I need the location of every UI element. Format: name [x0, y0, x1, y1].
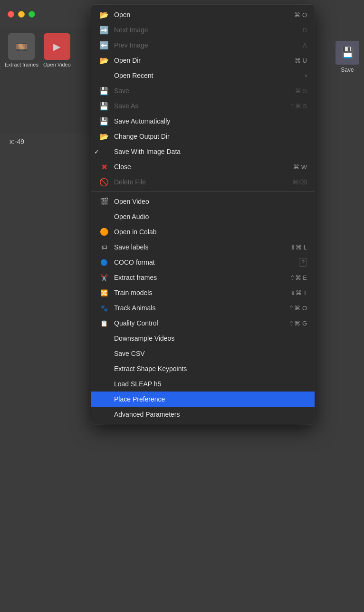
menu-item-place-preference[interactable]: Place Preference [91, 392, 315, 407]
close-button[interactable] [8, 11, 14, 18]
menu-label-save-labels: Save labels [114, 243, 290, 251]
shortcut-open: ⌘ O [294, 11, 307, 19]
menu-item-change-output-dir[interactable]: 📂 Change Output Dir [91, 129, 315, 144]
shortcut-next-image: D [303, 27, 307, 34]
menu-label-quality-control: Quality Control [114, 319, 289, 327]
menu-label-open-recent: Open Recent [114, 72, 305, 79]
extract-frames-icon: 🎞️ [8, 33, 35, 60]
menu-item-coco-format[interactable]: 🔵 COCO format ? [91, 255, 315, 270]
menu-label-downsample: Downsample Videos [114, 335, 307, 342]
menu-item-close[interactable]: ✖ Close ⌘ W [91, 159, 315, 174]
shortcut-save-labels: ⇧⌘ L [290, 244, 307, 251]
menu-item-quality-control[interactable]: 📋 Quality Control ⇧⌘ G [91, 316, 315, 331]
shortcut-delete-file: ⌘⌫ [292, 179, 307, 186]
menu-label-open: Open [114, 11, 294, 19]
menu-item-save-with-image[interactable]: Save With Image Data [91, 144, 315, 159]
menu-item-delete-file[interactable]: 🚫 Delete File ⌘⌫ [91, 174, 315, 190]
menu-item-save-auto[interactable]: 💾 Save Automatically [91, 114, 315, 129]
menu-item-extract-shape[interactable]: Extract Shape Keypoints [91, 361, 315, 376]
menu-item-save-csv[interactable]: Save CSV [91, 346, 315, 361]
menu-item-open-recent[interactable]: Open Recent › [91, 68, 315, 83]
maximize-button[interactable] [29, 11, 35, 18]
open-audio-icon [99, 211, 109, 222]
shortcut-open-dir: ⌘ U [295, 57, 307, 64]
menu-item-open-video[interactable]: 🎬 Open Video [91, 194, 315, 209]
submenu-arrow-icon: › [305, 72, 307, 79]
menu-item-save-as[interactable]: 💾 Save As ⇧⌘ S [91, 98, 315, 114]
save-icon: 💾 [99, 86, 109, 96]
shortcut-close: ⌘ W [293, 163, 307, 171]
menu-item-prev-image[interactable]: ⬅️ Prev Image A [91, 38, 315, 53]
menu-item-open[interactable]: 📂 Open ⌘ O [91, 7, 315, 22]
toolbar-item-extract-frames[interactable]: 🎞️ Extract frames [5, 33, 38, 67]
folder-icon: 📂 [99, 10, 109, 20]
shortcut-quality-control: ⇧⌘ G [289, 320, 307, 327]
arrow-right-icon: ➡️ [99, 25, 109, 35]
toolbar-item-open-video[interactable]: ▶ Open Video [43, 33, 71, 67]
save-floppy-icon: 💾 [335, 41, 359, 65]
menu-label-open-audio: Open Audio [114, 213, 307, 220]
menu-item-downsample[interactable]: Downsample Videos [91, 331, 315, 346]
menu-label-delete-file: Delete File [114, 178, 292, 186]
toolbar: 🎞️ Extract frames ▶ Open Video [0, 29, 90, 133]
shortcut-prev-image: A [303, 42, 307, 49]
minimize-button[interactable] [18, 11, 25, 18]
extract-shape-icon [99, 363, 109, 374]
place-preference-icon [99, 394, 109, 404]
menu-label-open-colab: Open in Colab [114, 228, 307, 236]
menu-item-save[interactable]: 💾 Save ⌘ S [91, 83, 315, 98]
quality-control-icon: 📋 [99, 318, 109, 328]
menu-label-advanced-params: Advanced Parameters [114, 411, 307, 418]
menu-label-place-preference: Place Preference [114, 395, 307, 403]
menu-label-track-animals: Track Animals [114, 304, 289, 312]
open-video-icon: ▶ [44, 33, 70, 60]
save-labels-icon: 🏷 [99, 242, 109, 252]
menu-item-save-labels[interactable]: 🏷 Save labels ⇧⌘ L [91, 239, 315, 255]
shortcut-train-models: ⇧⌘ T [290, 289, 307, 296]
dropdown-menu: 📂 Open ⌘ O ➡️ Next Image D ⬅️ Prev Image… [91, 5, 315, 424]
train-models-icon: 🔀 [99, 287, 109, 298]
menu-item-open-colab[interactable]: 🟠 Open in Colab [91, 224, 315, 239]
menu-label-change-output-dir: Change Output Dir [114, 133, 307, 140]
close-icon: ✖ [99, 162, 109, 172]
menu-label-save-auto: Save Automatically [114, 117, 307, 125]
menu-label-extract-shape: Extract Shape Keypoints [114, 365, 307, 373]
menu-label-save-csv: Save CSV [114, 350, 307, 357]
save-with-image-icon [99, 146, 109, 157]
delete-icon: 🚫 [99, 177, 109, 187]
menu-label-open-dir: Open Dir [114, 57, 295, 64]
menu-item-next-image[interactable]: ➡️ Next Image D [91, 22, 315, 38]
save-csv-icon [99, 348, 109, 359]
shortcut-coco-format: ? [299, 258, 307, 267]
menu-label-open-video: Open Video [114, 198, 307, 205]
menu-label-next-image: Next Image [114, 26, 303, 34]
coco-icon: 🔵 [99, 257, 109, 268]
menu-item-load-sleap[interactable]: Load SLEAP h5 [91, 376, 315, 392]
extract-frames-menu-icon: ✂️ [99, 272, 109, 283]
load-sleap-icon [99, 379, 109, 389]
colab-icon: 🟠 [99, 227, 109, 237]
menu-item-train-models[interactable]: 🔀 Train models ⇧⌘ T [91, 285, 315, 300]
shortcut-save-as: ⇧⌘ S [290, 103, 307, 110]
menu-label-save-as: Save As [114, 102, 290, 110]
menu-label-train-models: Train models [114, 289, 290, 296]
title-bar [0, 0, 90, 29]
menu-label-save: Save [114, 87, 295, 95]
change-output-dir-icon: 📂 [99, 131, 109, 142]
menu-item-extract-frames[interactable]: ✂️ Extract frames ⇧⌘ E [91, 270, 315, 285]
menu-item-open-dir[interactable]: 📂 Open Dir ⌘ U [91, 53, 315, 68]
menu-label-prev-image: Prev Image [114, 41, 303, 49]
coords-display: x:-49 [10, 138, 24, 145]
menu-label-save-with-image: Save With Image Data [114, 148, 307, 155]
downsample-icon [99, 333, 109, 344]
menu-item-advanced-params[interactable]: Advanced Parameters [91, 407, 315, 422]
arrow-left-icon: ⬅️ [99, 40, 109, 50]
save-toolbar-button[interactable]: 💾 Save [331, 38, 364, 76]
shortcut-track-animals: ⇧⌘ O [289, 305, 307, 312]
menu-label-extract-frames: Extract frames [114, 274, 290, 281]
folder2-icon: 📂 [99, 55, 109, 66]
menu-item-track-animals[interactable]: 🐾 Track Animals ⇧⌘ O [91, 300, 315, 316]
menu-item-open-audio[interactable]: Open Audio [91, 209, 315, 224]
shortcut-extract-frames: ⇧⌘ E [290, 274, 307, 281]
open-recent-icon [99, 70, 109, 81]
